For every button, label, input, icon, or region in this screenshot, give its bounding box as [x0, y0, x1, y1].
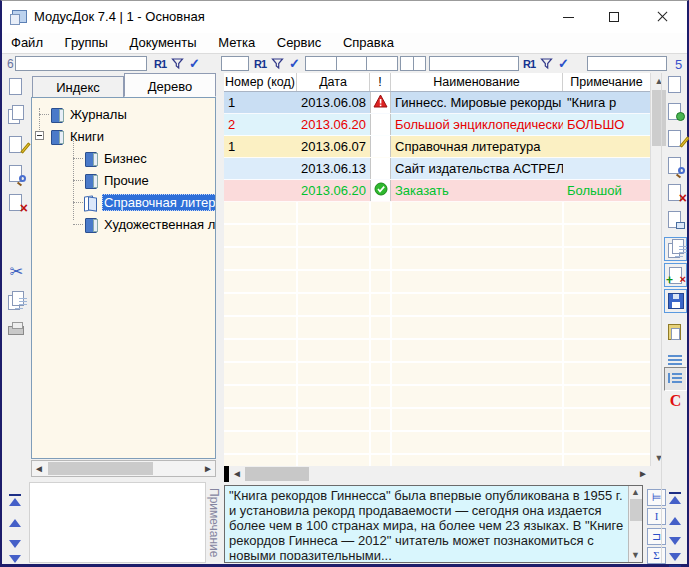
tree-prev-button[interactable] [6, 515, 24, 530]
description-vscrollbar[interactable]: ▲ ▼ [628, 486, 642, 562]
delete-x-icon: × [679, 192, 687, 204]
tree-item-zhurnaly[interactable]: Журналы [32, 103, 215, 125]
save-button[interactable] [664, 289, 687, 313]
menu-service[interactable]: Сервис [268, 33, 331, 53]
table-row[interactable]: 2013.06.13 Сайт издательства АСТРЕЛЬ [224, 158, 650, 180]
col-flag[interactable]: ! [370, 73, 391, 91]
group-tree: Журналы Книги Бизнес Прочие Справочная л… [31, 97, 216, 459]
tree-item-hudozhestvennaya[interactable]: Художественная литература [32, 213, 215, 235]
cut-button[interactable]: ✂ [5, 261, 28, 285]
edit-group-button[interactable] [5, 133, 28, 157]
scroll-right-icon[interactable]: ► [636, 466, 650, 482]
name-filter-input[interactable] [429, 56, 519, 71]
table-row[interactable]: 2013.06.20 Заказать Большой [224, 180, 650, 202]
maximize-button[interactable] [591, 1, 637, 32]
menu-help[interactable]: Справка [334, 33, 403, 53]
book-open-icon [84, 196, 98, 209]
record-prev-button[interactable] [666, 513, 684, 528]
filter-bar: 6 R1 ✓ R1 ✓ R1 ✓ 5 [2, 53, 687, 73]
scroll-left-icon[interactable]: ◄ [32, 461, 46, 476]
title-bar: МодусДок 7.4 | 1 - Основная [2, 1, 687, 33]
scroll-thumb[interactable] [48, 462, 153, 475]
col-note[interactable]: Примечание [563, 73, 650, 91]
date-filter-segments[interactable] [305, 56, 398, 71]
tree-item-prochie[interactable]: Прочие [32, 169, 215, 191]
new-document-button[interactable] [664, 73, 687, 97]
tree-item-spravochnaya[interactable]: Справочная литература [32, 191, 215, 213]
app-icon [12, 10, 27, 23]
table-row[interactable]: 1 2013.06.07 Справочная литература [224, 136, 650, 158]
view-group-button[interactable] [5, 162, 28, 186]
menu-label[interactable]: Метка [209, 33, 264, 53]
tree-next-button[interactable] [6, 537, 24, 552]
sort-icon[interactable]: R1 [154, 58, 166, 70]
menu-documents[interactable]: Документы [121, 33, 206, 53]
paste-document-button[interactable] [664, 321, 687, 345]
scroll-up-icon[interactable]: ▲ [629, 486, 642, 499]
record-first-button[interactable] [666, 491, 684, 506]
flag-filter-segments[interactable] [400, 56, 426, 71]
menu-file[interactable]: Файл [2, 33, 52, 53]
copy-record-button[interactable] [664, 237, 687, 261]
menu-groups[interactable]: Группы [56, 33, 117, 53]
document-form-button[interactable] [664, 208, 687, 232]
convert-button[interactable]: C [664, 391, 687, 411]
view-document-button[interactable] [664, 154, 687, 178]
tree-filter-input[interactable] [15, 56, 147, 71]
splitter-grip[interactable] [224, 466, 229, 482]
delete-group-button[interactable]: × [5, 191, 28, 215]
minimize-button[interactable] [545, 1, 591, 32]
sort-icon[interactable]: R1 [254, 58, 266, 70]
paste-button[interactable] [5, 319, 28, 343]
tree-hscrollbar[interactable]: ◄ ► [31, 460, 216, 477]
group-note-field[interactable] [29, 482, 206, 563]
list-view-button[interactable] [664, 351, 687, 365]
scroll-down-icon[interactable]: ▼ [629, 549, 642, 562]
delete-x-icon: × [680, 273, 686, 285]
duplicate-group-button[interactable] [5, 104, 28, 128]
close-button[interactable] [637, 1, 687, 32]
apply-filter-icon[interactable]: ✓ [189, 56, 200, 71]
edit-document-button[interactable] [664, 127, 687, 151]
note-filter-input[interactable] [587, 56, 667, 71]
num-filter-input[interactable] [221, 56, 249, 71]
scroll-thumb[interactable] [630, 499, 642, 521]
filter-funnel-icon[interactable] [271, 57, 284, 70]
tree-last-button[interactable] [6, 554, 24, 567]
grid-hscrollbar[interactable]: ◄ ► [224, 466, 650, 482]
delete-document-button[interactable]: × [664, 181, 687, 205]
globe-icon [676, 112, 685, 121]
tree-item-knigi[interactable]: Книги [32, 125, 215, 147]
group-count-label: 6 [7, 57, 14, 71]
scroll-right-icon[interactable]: ► [201, 461, 215, 476]
col-date[interactable]: Дата [297, 73, 370, 91]
scroll-left-icon[interactable]: ◄ [230, 466, 244, 482]
sort-icon[interactable]: R1 [523, 58, 535, 70]
tree-item-biznes[interactable]: Бизнес [32, 147, 215, 169]
scroll-thumb[interactable] [245, 467, 309, 481]
form-icon [676, 222, 685, 229]
new-group-button[interactable] [5, 75, 28, 99]
col-name[interactable]: Наименование [391, 73, 563, 91]
table-row[interactable]: 1 2013.06.08 Гиннесс. Мировые рекорды 20… [224, 92, 650, 114]
tab-tree[interactable]: Дерево [124, 73, 216, 97]
add-delete-record-button[interactable]: +× [664, 263, 687, 287]
internet-document-button[interactable] [664, 100, 687, 124]
copy-button[interactable] [5, 290, 28, 314]
tab-index[interactable]: Индекс [32, 76, 124, 97]
record-last-button[interactable] [666, 552, 684, 567]
table-row[interactable]: 2 2013.06.20 Большой энциклопедический с… [224, 114, 650, 136]
col-number[interactable]: Номер (код) [224, 73, 297, 91]
filter-funnel-icon[interactable] [540, 57, 553, 70]
details-view-button[interactable] [664, 367, 687, 391]
collapse-icon[interactable] [35, 131, 44, 140]
apply-filter-icon[interactable]: ✓ [558, 56, 569, 71]
ordered-check-icon [374, 182, 388, 196]
tree-first-button[interactable] [6, 493, 24, 508]
filter-funnel-icon[interactable] [171, 57, 184, 70]
record-next-button[interactable] [666, 534, 684, 549]
description-panel[interactable]: "Книга рекордов Гиннесса" была впервые о… [224, 485, 643, 563]
apply-filter-icon[interactable]: ✓ [289, 56, 300, 71]
book-closed-icon [50, 108, 64, 121]
menu-bar: Файл Группы Документы Метка Сервис Справ… [2, 33, 687, 53]
